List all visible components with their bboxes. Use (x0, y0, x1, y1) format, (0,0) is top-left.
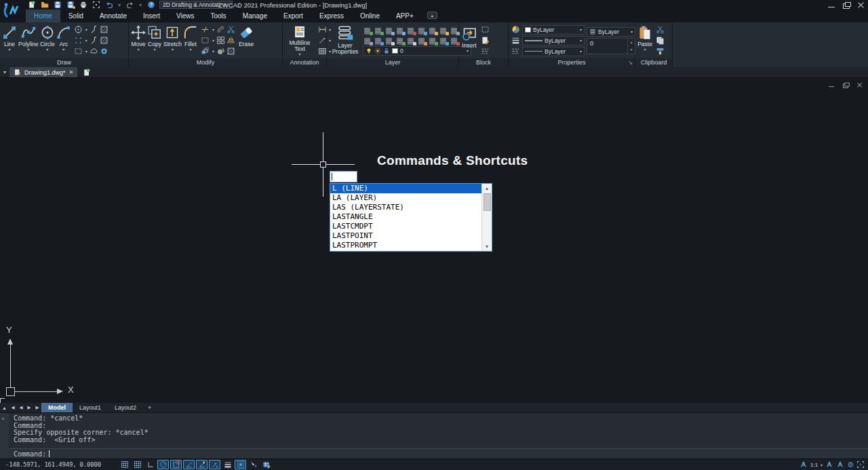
doc-close-button[interactable] (856, 82, 863, 87)
tab-tools[interactable]: Tools (203, 9, 235, 22)
undo-dropdown[interactable]: ▾ (117, 2, 121, 8)
tab-export[interactable]: Export (275, 9, 311, 22)
layer-change-icon[interactable] (439, 36, 448, 45)
tab-app-plus[interactable]: APP+ (388, 9, 422, 22)
ribbon-collapse-icon[interactable]: ▴ (427, 12, 437, 19)
object-snap-toggle[interactable] (170, 460, 182, 469)
dynamic-command-input[interactable] (330, 171, 357, 182)
layer-on-icon[interactable] (363, 26, 372, 35)
plotstyle-dropdown[interactable]: ByLayer ▾ (587, 27, 635, 37)
layer-properties-button[interactable]: Layer Properties (329, 23, 361, 58)
tab-annotate[interactable]: Annotate (92, 9, 135, 22)
add-layout-button[interactable]: + (143, 403, 156, 412)
layer-off-icon[interactable] (374, 26, 383, 35)
chevron-down-icon[interactable]: ▾ (821, 463, 823, 467)
scale-icon[interactable] (226, 47, 236, 56)
elevation-stepper[interactable]: 0 ▴ ▾ (587, 38, 635, 54)
save-button[interactable] (53, 1, 62, 9)
rotate-icon[interactable] (216, 47, 226, 56)
layer-match-icon[interactable] (439, 26, 448, 35)
first-layout-icon[interactable]: ◀ (9, 403, 17, 412)
stretch-button[interactable]: Stretch ▾ (163, 23, 182, 58)
list-item[interactable]: LAS (LAYERSTATE) (330, 203, 481, 212)
tab-online[interactable]: Online (352, 9, 388, 22)
polar-tracking-toggle[interactable] (157, 460, 169, 469)
spline-cv-icon[interactable] (90, 36, 99, 45)
layer-state-icon[interactable] (417, 36, 427, 45)
lineweight-display-toggle[interactable] (222, 460, 233, 469)
layer-prev-icon[interactable] (450, 26, 459, 35)
layer-purge-icon[interactable] (450, 36, 459, 45)
lineweight-dropdown[interactable]: ByLayer ▾ (522, 36, 585, 45)
grid-display-toggle[interactable] (119, 460, 130, 469)
arc-button[interactable]: Arc ▾ (56, 23, 71, 58)
new-document-button[interactable] (80, 67, 94, 77)
donut-icon[interactable] (100, 47, 109, 56)
doc-restore-button[interactable] (842, 82, 849, 87)
rectangle-icon[interactable] (201, 36, 210, 45)
chevron-down-icon[interactable]: ▾ (211, 38, 216, 43)
chevron-down-icon[interactable]: ▾ (211, 49, 216, 54)
close-icon[interactable]: ✕ (1, 416, 5, 422)
list-item[interactable]: LA (LAYER) (330, 193, 481, 203)
drawing-canvas[interactable]: Commands & Shortcuts L (LINE) LA (LAYER)… (0, 78, 868, 403)
layer-unlock-icon[interactable] (374, 36, 383, 45)
linetype-dropdown[interactable]: ByLayer ▾ (522, 47, 585, 56)
scrollbar[interactable]: ▲ ▼ (481, 184, 492, 251)
explode-icon[interactable] (201, 47, 210, 56)
polyline-button[interactable]: Polyline ▾ (18, 23, 39, 58)
scrollbar-thumb[interactable] (484, 193, 491, 211)
restore-button[interactable] (842, 1, 850, 8)
scroll-up-icon[interactable]: ▲ (482, 184, 492, 193)
layer-lock-icon[interactable] (363, 36, 372, 45)
create-block-icon[interactable] (480, 25, 490, 35)
layer-thaw-icon[interactable] (417, 26, 427, 35)
frame-select-button[interactable] (92, 1, 100, 9)
quick-properties-toggle[interactable] (235, 460, 246, 469)
erase-button[interactable]: Erase (239, 23, 254, 58)
hatch-icon[interactable] (100, 36, 109, 45)
settings-gear-icon[interactable]: ⚙ (847, 461, 854, 469)
lineweight-icon[interactable] (511, 36, 520, 45)
open-file-button[interactable] (40, 1, 49, 9)
undo-button[interactable] (104, 1, 113, 9)
layer-delete-icon[interactable] (406, 36, 416, 45)
snap-mode-toggle[interactable] (132, 460, 143, 469)
match-properties-icon[interactable] (655, 47, 665, 56)
linetype-icon[interactable] (511, 47, 520, 56)
object-snap-tracking-toggle[interactable] (196, 460, 208, 469)
break-icon[interactable] (226, 25, 236, 35)
list-item[interactable]: LASTANGLE (330, 212, 481, 222)
panel-expander-icon[interactable]: ↘ (628, 58, 633, 67)
layer-dropdown[interactable]: 0 ▾ (363, 46, 471, 56)
edit-block-icon[interactable] (480, 36, 490, 45)
tab-views[interactable]: Views (168, 9, 203, 22)
tab-insert[interactable]: Insert (135, 9, 168, 22)
save-as-button[interactable] (66, 1, 75, 9)
app-logo-icon[interactable] (1, 1, 23, 21)
chevron-down-icon[interactable]: ▾ (84, 27, 89, 32)
leader-icon[interactable] (317, 36, 327, 45)
snap-tracking-toggle[interactable] (209, 460, 220, 469)
next-layout-icon[interactable]: ▶ (25, 403, 33, 412)
tab-manage[interactable]: Manage (235, 9, 275, 22)
fullscreen-icon[interactable] (856, 461, 865, 469)
list-item[interactable]: LASTPROMPT (330, 241, 481, 250)
scroll-down-icon[interactable]: ▼ (482, 242, 492, 251)
command-line-panel[interactable]: ✕ Command: *cancel*Command:Specify oppos… (0, 412, 868, 458)
trim-icon[interactable] (201, 25, 210, 35)
ortho-mode-toggle[interactable] (144, 460, 156, 469)
spin-down-icon[interactable]: ▾ (628, 46, 635, 54)
last-layout-icon[interactable]: ▶ (33, 403, 41, 412)
layer-isolate-icon[interactable] (384, 26, 394, 35)
layer-freeze-icon[interactable] (406, 26, 416, 35)
selection-cycling-toggle[interactable] (248, 460, 259, 469)
layer-copy-icon[interactable] (428, 36, 437, 45)
cut-icon[interactable] (655, 25, 665, 35)
revision-cloud-icon[interactable] (90, 47, 99, 56)
insert-block-button[interactable]: Insert (461, 23, 477, 58)
tab-layout1[interactable]: Layout1 (73, 403, 108, 412)
block-attributes-icon[interactable] (480, 47, 490, 56)
redo-dropdown[interactable]: ▾ (138, 2, 142, 8)
fillet-button[interactable]: Fillet ▾ (183, 23, 198, 58)
